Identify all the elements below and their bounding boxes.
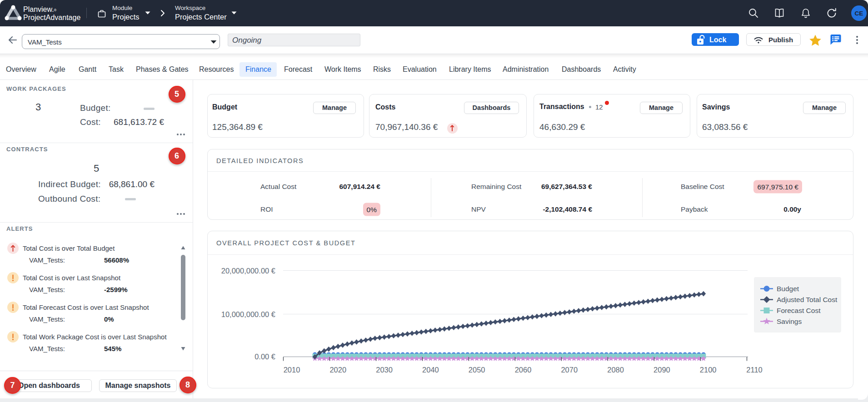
svg-text:10,000,000.00 €: 10,000,000.00 € — [221, 310, 275, 318]
svg-text:20,000,000.00 €: 20,000,000.00 € — [221, 267, 275, 275]
svg-text:2070: 2070 — [561, 366, 578, 374]
svg-text:2040: 2040 — [422, 366, 439, 374]
svg-text:2060: 2060 — [515, 366, 532, 374]
svg-text:2080: 2080 — [607, 366, 624, 374]
svg-text:Adjusted Total Cost: Adjusted Total Cost — [777, 296, 838, 303]
svg-text:2030: 2030 — [376, 366, 393, 374]
svg-text:2090: 2090 — [653, 366, 670, 374]
svg-text:Budget: Budget — [777, 285, 799, 293]
svg-text:Savings: Savings — [777, 318, 802, 325]
svg-text:2110: 2110 — [746, 366, 762, 374]
svg-text:Forecast Cost: Forecast Cost — [777, 307, 821, 314]
svg-text:2020: 2020 — [329, 366, 346, 374]
svg-text:2010: 2010 — [284, 366, 300, 374]
svg-text:2100: 2100 — [700, 366, 717, 374]
svg-text:0.00 €: 0.00 € — [254, 352, 275, 361]
svg-text:2050: 2050 — [469, 366, 485, 374]
